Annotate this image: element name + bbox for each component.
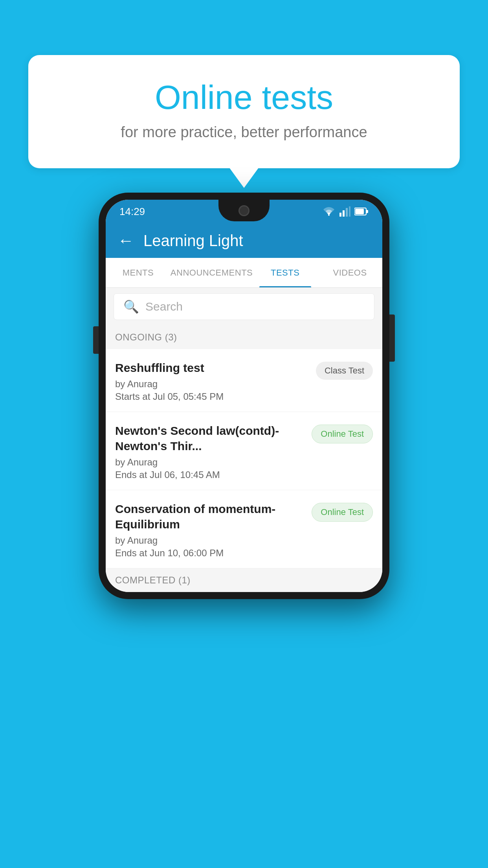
search-container: 🔍 Search — [106, 288, 382, 326]
test-item[interactable]: Reshuffling test by Anurag Starts at Jul… — [106, 349, 382, 412]
status-icons — [322, 206, 369, 217]
search-input[interactable]: Search — [145, 300, 183, 313]
tab-videos[interactable]: VIDEOS — [317, 258, 382, 287]
back-button[interactable]: ← — [117, 231, 134, 250]
test-name: Newton's Second law(contd)-Newton's Thir… — [115, 423, 305, 454]
front-camera — [238, 205, 250, 216]
phone-screen: 14:29 — [106, 200, 382, 592]
tab-bar: MENTS ANNOUNCEMENTS TESTS VIDEOS — [106, 258, 382, 288]
tab-ments[interactable]: MENTS — [106, 258, 171, 287]
phone-wrapper: 14:29 — [99, 193, 389, 599]
battery-icon — [354, 207, 369, 216]
svg-rect-3 — [346, 208, 348, 217]
completed-label: COMPLETED (1) — [115, 575, 191, 585]
phone-outer: 14:29 — [99, 193, 389, 599]
test-author: by Anurag — [115, 379, 310, 390]
test-name: Reshuffling test — [115, 360, 310, 375]
phone-notch — [218, 200, 270, 221]
svg-rect-6 — [366, 210, 368, 213]
bubble-subtitle: for more practice, better performance — [48, 124, 440, 141]
search-box[interactable]: 🔍 Search — [114, 293, 374, 320]
svg-rect-1 — [339, 213, 341, 217]
test-date: Starts at Jul 05, 05:45 PM — [115, 391, 310, 402]
app-title: Learning Light — [143, 232, 243, 250]
test-info: Newton's Second law(contd)-Newton's Thir… — [115, 423, 305, 480]
test-item[interactable]: Newton's Second law(contd)-Newton's Thir… — [106, 412, 382, 490]
speech-bubble: Online tests for more practice, better p… — [28, 55, 460, 168]
test-badge: Online Test — [312, 425, 373, 443]
bubble-title: Online tests — [48, 79, 440, 116]
test-name: Conservation of momentum-Equilibrium — [115, 501, 305, 532]
test-item[interactable]: Conservation of momentum-Equilibrium by … — [106, 490, 382, 568]
test-badge: Class Test — [316, 362, 373, 380]
svg-rect-4 — [349, 206, 350, 217]
test-info: Conservation of momentum-Equilibrium by … — [115, 501, 305, 559]
app-bar: ← Learning Light — [106, 223, 382, 258]
test-author: by Anurag — [115, 457, 305, 468]
svg-rect-2 — [343, 210, 345, 217]
test-date: Ends at Jun 10, 06:00 PM — [115, 548, 305, 559]
signal-icon — [339, 206, 350, 217]
test-author: by Anurag — [115, 535, 305, 546]
tab-announcements[interactable]: ANNOUNCEMENTS — [171, 258, 253, 287]
test-info: Reshuffling test by Anurag Starts at Jul… — [115, 360, 310, 402]
completed-section-header: COMPLETED (1) — [106, 568, 382, 592]
wifi-icon — [322, 206, 336, 217]
ongoing-label: ONGOING (3) — [115, 332, 177, 342]
test-badge: Online Test — [312, 503, 373, 522]
search-icon: 🔍 — [123, 299, 139, 314]
svg-point-0 — [328, 214, 330, 216]
tab-tests[interactable]: TESTS — [253, 258, 317, 287]
status-time: 14:29 — [119, 206, 145, 218]
svg-rect-7 — [355, 209, 364, 214]
test-list: Reshuffling test by Anurag Starts at Jul… — [106, 349, 382, 568]
ongoing-section-header: ONGOING (3) — [106, 326, 382, 349]
test-date: Ends at Jul 06, 10:45 AM — [115, 469, 305, 480]
